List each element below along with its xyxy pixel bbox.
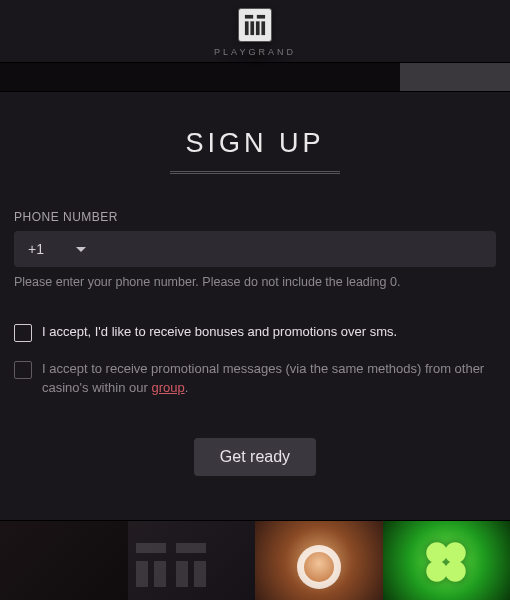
page-title: SIGN UP bbox=[185, 128, 324, 159]
game-thumb-4[interactable] bbox=[383, 521, 511, 600]
chevron-down-icon[interactable] bbox=[76, 247, 86, 252]
group-link[interactable]: group bbox=[151, 380, 184, 395]
checkbox-group[interactable] bbox=[14, 361, 32, 379]
svg-rect-5 bbox=[261, 21, 265, 35]
progress-step-active bbox=[400, 63, 510, 91]
svg-rect-3 bbox=[250, 21, 254, 35]
game-thumbnails bbox=[0, 520, 510, 600]
svg-rect-0 bbox=[245, 15, 253, 19]
phone-label: PHONE NUMBER bbox=[14, 210, 496, 224]
svg-rect-4 bbox=[256, 21, 260, 35]
logo-icon bbox=[238, 8, 272, 42]
brand-logo[interactable]: PLAYGRAND bbox=[214, 8, 296, 57]
phone-field: PHONE NUMBER +1 Please enter your phone … bbox=[14, 210, 496, 289]
checkbox-group-label: I accept to receive promotional messages… bbox=[42, 360, 496, 398]
game-thumb-1[interactable] bbox=[0, 521, 128, 600]
svg-rect-1 bbox=[257, 15, 265, 19]
checkbox-row-group: I accept to receive promotional messages… bbox=[14, 360, 496, 398]
checkbox-sms-label: I accept, I'd like to receive bonuses an… bbox=[42, 323, 397, 342]
phone-input-row[interactable]: +1 bbox=[14, 231, 496, 267]
checkbox-group-label-post: . bbox=[185, 380, 189, 395]
title-underline bbox=[170, 171, 340, 174]
checkbox-row-sms: I accept, I'd like to receive bonuses an… bbox=[14, 323, 496, 342]
phone-hint: Please enter your phone number. Please d… bbox=[14, 275, 496, 289]
checkbox-sms[interactable] bbox=[14, 324, 32, 342]
phone-input[interactable] bbox=[100, 241, 482, 257]
game-thumb-3[interactable] bbox=[255, 521, 383, 600]
checkbox-group-label-pre: I accept to receive promotional messages… bbox=[42, 361, 484, 395]
svg-rect-2 bbox=[245, 21, 249, 35]
brand-name: PLAYGRAND bbox=[214, 47, 296, 57]
dial-code-select[interactable]: +1 bbox=[28, 241, 62, 257]
get-ready-button[interactable]: Get ready bbox=[194, 438, 316, 476]
header: PLAYGRAND bbox=[0, 0, 510, 62]
game-thumb-2[interactable] bbox=[128, 521, 256, 600]
